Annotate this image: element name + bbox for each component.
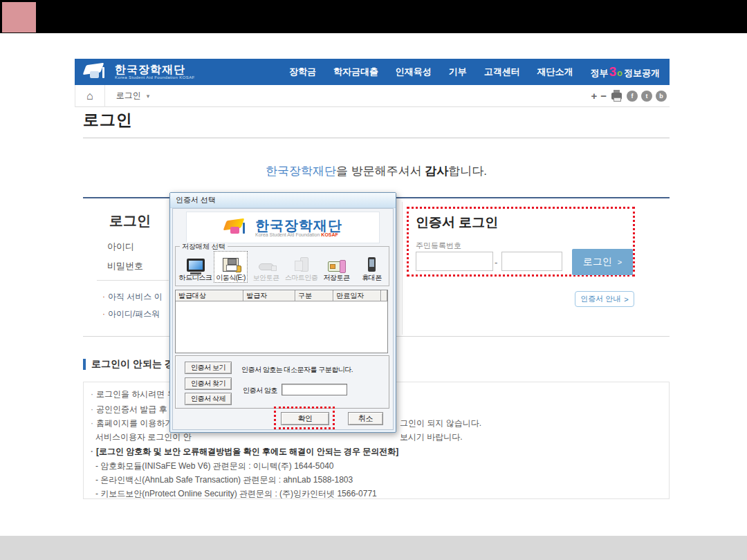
top-black-bar bbox=[0, 0, 747, 33]
certificate-login-button[interactable]: 로그인 > bbox=[572, 249, 633, 275]
welcome-bold: 감사 bbox=[425, 165, 448, 178]
find-certificate-button[interactable]: 인증서 찾기 bbox=[185, 377, 232, 390]
certificate-table-header: 발급대상 발급자 구분 만료일자 bbox=[176, 290, 387, 301]
welcome-message: 한국장학재단을 방문해주셔서 감사합니다. bbox=[83, 163, 670, 179]
twitter-icon[interactable]: t bbox=[641, 91, 652, 102]
media-hard-disk[interactable]: 하드디스크 bbox=[178, 251, 212, 283]
lock-icon bbox=[235, 265, 241, 272]
col-issued-to[interactable]: 발급대상 bbox=[176, 290, 243, 301]
logo-title: 한국장학재단 bbox=[115, 64, 195, 75]
site-logo[interactable]: 한국장학재단 Korea Student Aid Foundation KOSA… bbox=[75, 63, 248, 81]
dialog-logo-subtitle: Korea Student Aid Foundation KOSAF bbox=[255, 232, 342, 237]
removable-disk-icon bbox=[223, 258, 239, 272]
help-line-3-right: 그인이 되지 않습니다. bbox=[400, 418, 481, 429]
nav-item-foundation-intro[interactable]: 재단소개 bbox=[537, 66, 573, 78]
table-header-stub bbox=[381, 290, 387, 301]
delete-certificate-button[interactable]: 인증서 삭제 bbox=[185, 393, 232, 405]
nav-item-talent[interactable]: 인재육성 bbox=[396, 66, 432, 78]
page-title: 로그인 bbox=[83, 109, 133, 131]
certificate-password-input[interactable] bbox=[282, 384, 347, 395]
bullet-icon: · bbox=[102, 292, 105, 301]
certificate-password-label: 인증서 암호 bbox=[243, 386, 277, 395]
cancel-button[interactable]: 취소 bbox=[348, 412, 383, 425]
id-label: 아이디 bbox=[107, 241, 134, 253]
media-security-token[interactable]: 보안토큰 bbox=[249, 251, 283, 283]
dialog-titlebar[interactable]: 인증서 선택 bbox=[170, 193, 396, 208]
title-accent-bar bbox=[83, 359, 86, 370]
nav-item-gov30-disclosure[interactable]: 정부 3 o 정보공개 bbox=[590, 64, 660, 80]
nav-item-customer-center[interactable]: 고객센터 bbox=[484, 66, 520, 78]
gov30-logo-digit: 3 bbox=[609, 64, 616, 80]
hard-disk-icon bbox=[187, 259, 205, 272]
login-note-2: ·아이디/패스워 bbox=[102, 308, 160, 320]
media-smart-auth[interactable]: 스마트인증 bbox=[284, 251, 318, 283]
rrn-front-input[interactable] bbox=[416, 252, 493, 271]
dialog-logo-title: 한국장학재단 bbox=[255, 218, 342, 232]
rrn-dash: - bbox=[495, 257, 497, 268]
login-note-1: ·아직 서비스 이 bbox=[102, 291, 163, 303]
media-storage-token[interactable]: 저장토큰 bbox=[320, 251, 353, 283]
password-label: 비밀번호 bbox=[107, 260, 143, 272]
usb-token-icon bbox=[259, 263, 274, 270]
certificate-login-title: 인증서 로그인 bbox=[416, 214, 498, 232]
print-icon[interactable] bbox=[611, 93, 622, 100]
blog-icon[interactable]: b bbox=[656, 91, 667, 102]
help-contact-2: - 온라인백신(AhnLab Safe Transaction) 관련문의 : … bbox=[95, 474, 353, 486]
mobile-phone-icon bbox=[368, 257, 376, 272]
login-button-label: 로그인 bbox=[583, 256, 612, 268]
facebook-icon[interactable]: f bbox=[627, 91, 638, 102]
page-canvas: 한국장학재단 Korea Student Aid Foundation KOSA… bbox=[0, 0, 747, 560]
rrn-back-input[interactable] bbox=[501, 252, 562, 271]
media-removable-drive[interactable]: 이동식(E:) bbox=[214, 251, 248, 283]
help-notice-title: ·[로그인 암호화 및 보안 오류해결방법을 확인 후에도 해결이 안되는 경우… bbox=[91, 446, 398, 458]
view-certificate-button[interactable]: 인증서 보기 bbox=[185, 362, 232, 374]
pink-accent-square bbox=[2, 2, 36, 32]
dialog-title: 인증서 선택 bbox=[176, 195, 216, 205]
storage-media-legend: 저장매체 선택 bbox=[180, 242, 228, 252]
welcome-brand: 한국장학재단 bbox=[266, 165, 336, 178]
login-note-2-text: 아이디/패스워 bbox=[108, 309, 160, 319]
breadcrumb-bar: ⌂ 로그인 ▾ + − f t b bbox=[75, 85, 670, 107]
breadcrumb-current-dropdown[interactable]: 로그인 ▾ bbox=[104, 85, 161, 107]
nav-item-donation[interactable]: 기부 bbox=[449, 66, 467, 78]
nav-item-scholarship[interactable]: 장학금 bbox=[289, 66, 316, 78]
home-icon: ⌂ bbox=[86, 91, 93, 102]
login-left-divider bbox=[97, 280, 169, 281]
certificate-password-group: 인증서 보기 인증서 찾기 인증서 삭제 인증서 암호는 대소문자를 구분합니다… bbox=[175, 355, 389, 409]
dialog-logo-kosaf: KOSAF bbox=[321, 232, 338, 237]
media-label: 이동식(E:) bbox=[216, 274, 246, 282]
help-contact-3: - 키보드보안(nProtect Online Security) 관련문의 :… bbox=[95, 488, 377, 500]
arrow-right-icon: > bbox=[618, 258, 622, 266]
main-nav: 장학금 학자금대출 인재육성 기부 고객센터 재단소개 정부 3 o 정보공개 bbox=[248, 64, 670, 80]
media-label: 스마트인증 bbox=[285, 274, 318, 282]
font-reduce-button[interactable]: − bbox=[600, 91, 607, 101]
help-section-title: 로그인이 안되는 경우 bbox=[83, 358, 184, 371]
title-divider bbox=[83, 138, 670, 138]
graduation-cap-icon bbox=[83, 63, 109, 81]
media-label: 보안토큰 bbox=[253, 274, 279, 282]
nav-item-student-loan[interactable]: 학자금대출 bbox=[333, 66, 378, 78]
certificate-guide-button[interactable]: 인증서 안내 > bbox=[575, 291, 634, 307]
col-issuer[interactable]: 발급자 bbox=[243, 290, 295, 301]
gov-prefix: 정부 bbox=[590, 67, 608, 80]
bullet-icon: · bbox=[91, 404, 93, 414]
certificate-table: 발급대상 발급자 구분 만료일자 bbox=[175, 290, 388, 353]
help-line-4-left: 서비스이용자 로그인이 안 bbox=[95, 431, 192, 443]
gov30-logo-ring: o bbox=[617, 68, 622, 78]
certificate-select-dialog: 인증서 선택 한국장학재단 Korea Student Aid Foundati… bbox=[169, 192, 396, 433]
font-enlarge-button[interactable]: + bbox=[591, 91, 597, 101]
col-category[interactable]: 구분 bbox=[295, 290, 333, 301]
col-expiry-date[interactable]: 만료일자 bbox=[333, 290, 381, 301]
storage-media-group: 저장매체 선택 하드디스크 이동식(E:) 보안토큰 스마트인증 bbox=[175, 246, 389, 286]
bullet-icon: · bbox=[91, 447, 93, 456]
welcome-middle: 을 방문해주셔서 bbox=[336, 165, 425, 178]
media-label: 휴대폰 bbox=[362, 274, 382, 282]
media-label: 저장토큰 bbox=[324, 274, 350, 282]
graduation-cap-icon bbox=[223, 218, 250, 236]
login-note-1-text: 아직 서비스 이 bbox=[108, 292, 163, 301]
ok-button[interactable]: 확인 bbox=[281, 412, 329, 425]
guide-button-label: 인증서 안내 bbox=[580, 294, 620, 304]
logo-subtitle: Korea Student Aid Foundation KOSAF bbox=[115, 75, 195, 80]
breadcrumb-home[interactable]: ⌂ bbox=[75, 85, 104, 107]
media-mobile-phone[interactable]: 휴대폰 bbox=[355, 251, 389, 283]
